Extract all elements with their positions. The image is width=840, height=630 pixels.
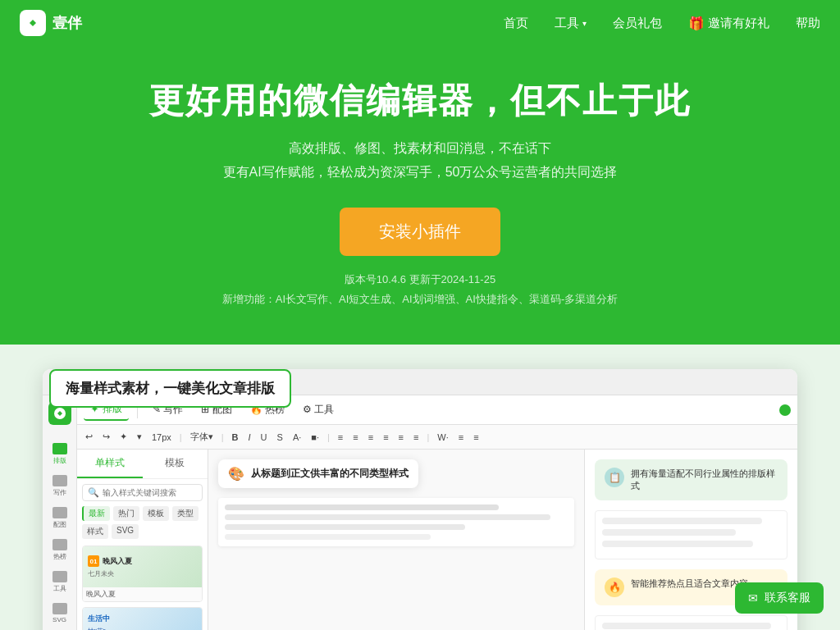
email-icon: ✉ — [748, 591, 758, 605]
tab-single-style[interactable]: 单样式 — [77, 450, 143, 478]
tag-hot[interactable]: 热门 — [113, 506, 139, 521]
tag-template[interactable]: 模板 — [143, 506, 169, 521]
screenshot-badge: 海量样式素材，一键美化文章排版 — [49, 369, 291, 408]
preview-line-2 — [602, 529, 736, 536]
screenshot-section: 海量样式素材，一键美化文章排版 排版 — [0, 345, 840, 630]
fmt-indent[interactable]: ≡ — [395, 431, 407, 444]
style-tags: 最新 热门 模板 类型 样式 SVG — [77, 506, 208, 542]
fmt-dropdown[interactable]: ▾ — [134, 430, 145, 444]
sidebar-xiezuo[interactable]: 写作 — [45, 470, 75, 502]
bubble-text-2: 智能推荐热点且适合文章内容 — [631, 578, 748, 590]
fmt-underline[interactable]: U — [258, 431, 271, 444]
fmt-italic[interactable]: I — [245, 431, 254, 444]
fmt-redo[interactable]: ↪ — [99, 430, 113, 444]
fmt-bgcolor[interactable]: ■· — [308, 431, 322, 444]
fmt-outdent[interactable]: ≡ — [410, 431, 422, 444]
app-main: ✦ 排版 ✎ 写作 ⊞ 配图 🔥 热榜 ⚙ 工具 — [77, 395, 797, 630]
tab-gongju[interactable]: ⚙ 工具 — [296, 399, 340, 420]
floating-card-text: 从标题到正文供丰富的不同类型样式 — [251, 467, 409, 481]
content-line-1 — [225, 504, 499, 510]
style-items: 01 晚风入夏 七月未央 晚风入夏 生活中 抹"蓝" — [77, 542, 208, 630]
hero-sub2: 更有AI写作赋能，轻松成为资深写手，50万公众号运营者的共同选择 — [223, 164, 618, 181]
editor-area[interactable]: 🎨 从标题到正文供丰富的不同类型样式 — [208, 450, 584, 630]
logo-area[interactable]: 壹伴 — [20, 10, 82, 36]
fmt-align-justify[interactable]: ≡ — [380, 431, 391, 444]
style-panel-tabs: 单样式 模板 — [77, 450, 208, 479]
browser-window: 排版 写作 配图 热榜 工具 — [43, 369, 797, 630]
preview-line-4 — [602, 623, 771, 629]
bubble-icon-1: 📋 — [605, 468, 624, 487]
style-card-preview-1: 01 晚风入夏 七月未央 — [83, 546, 202, 587]
tag-svg[interactable]: SVG — [112, 524, 139, 539]
fmt-fontsize[interactable]: 17px — [148, 431, 175, 444]
new-features: 新增功能：AI长文写作、AI短文生成、AI划词增强、AI快捷指令、渠道码-多渠道… — [222, 292, 618, 307]
toolbar-status-dot — [779, 404, 791, 416]
preview-line-1 — [602, 518, 762, 524]
logo-icon — [20, 10, 46, 36]
sidebar-svg[interactable]: SVG — [45, 598, 75, 628]
fmt-lineheight[interactable]: W· — [434, 431, 451, 444]
tools-arrow-icon: ▾ — [582, 19, 587, 28]
fmt-bold[interactable]: B — [229, 431, 242, 444]
nav-invite[interactable]: 🎁 邀请有好礼 — [688, 16, 769, 31]
tag-style[interactable]: 样式 — [82, 524, 108, 539]
preview-text-lines — [595, 510, 788, 559]
fmt-paint[interactable]: ✦ — [116, 430, 130, 444]
format-toolbar: ↩ ↪ ✦ ▾ 17px | 字体▾ | B I U S A· ■· | ≡ ≡ — [77, 425, 797, 450]
app-content: 单样式 模板 🔍 最新 热门 模板 类型 样式 — [77, 450, 797, 630]
editor-content[interactable] — [218, 498, 574, 546]
hero-section: 更好用的微信编辑器，但不止于此 高效排版、修图、找素材和回消息，不在话下 更有A… — [0, 0, 840, 345]
style-item-1[interactable]: 01 晚风入夏 七月未央 晚风入夏 — [82, 546, 203, 602]
bubble-icon-2: 🔥 — [605, 578, 624, 597]
version-info: 版本号10.4.6 更新于2024-11-25 — [345, 272, 495, 287]
nav-tools[interactable]: 工具 ▾ — [555, 16, 587, 31]
nav-membership[interactable]: 会员礼包 — [613, 16, 662, 31]
style-item-2[interactable]: 生活中 抹"蓝" BETTER LIFE 生活·抹蓝 — [82, 607, 203, 630]
app-sidebar: 排版 写作 配图 热榜 工具 — [43, 395, 77, 630]
content-line-3 — [225, 524, 465, 530]
style-search-input[interactable] — [103, 488, 197, 497]
tag-type[interactable]: 类型 — [172, 506, 199, 521]
hero-title: 更好用的微信编辑器，但不止于此 — [149, 78, 691, 124]
sidebar-rebang[interactable]: 热榜 — [45, 534, 75, 566]
sidebar-gongju[interactable]: 工具 — [45, 566, 75, 598]
header-nav: 首页 工具 ▾ 会员礼包 🎁 邀请有好礼 帮助 — [504, 16, 820, 31]
style-panel: 单样式 模板 🔍 最新 热门 模板 类型 样式 — [77, 450, 208, 630]
palette-icon: 🎨 — [228, 466, 244, 482]
fmt-undo[interactable]: ↩ — [82, 430, 96, 444]
fmt-align-right[interactable]: ≡ — [365, 431, 377, 444]
tag-latest[interactable]: 最新 — [82, 506, 110, 521]
preview-text-lines-2 — [595, 615, 788, 630]
install-button[interactable]: 安装小插件 — [340, 208, 500, 256]
floating-style-card: 🎨 从标题到正文供丰富的不同类型样式 — [218, 459, 418, 488]
gift-icon: 🎁 — [688, 16, 705, 31]
sidebar-peitu[interactable]: 配图 — [45, 502, 75, 534]
fmt-more[interactable]: ≡ — [470, 431, 482, 444]
fmt-strikethrough[interactable]: S — [274, 431, 286, 444]
logo-text: 壹伴 — [52, 13, 82, 33]
fmt-align-center[interactable]: ≡ — [349, 431, 361, 444]
fmt-align-left[interactable]: ≡ — [335, 431, 346, 444]
fmt-list[interactable]: ≡ — [455, 431, 467, 444]
header: 壹伴 首页 工具 ▾ 会员礼包 🎁 邀请有好礼 帮助 — [0, 0, 840, 46]
tab-template[interactable]: 模板 — [143, 450, 208, 478]
preview-line-3 — [602, 541, 753, 547]
sidebar-paiaban[interactable]: 排版 — [45, 438, 75, 470]
svg-point-1 — [31, 21, 34, 25]
hero-sub1: 高效排版、修图、找素材和回消息，不在话下 — [289, 140, 551, 158]
content-line-4 — [225, 534, 431, 540]
search-icon: 🔍 — [88, 487, 99, 498]
bubble-text-1: 拥有海量适配不同行业属性的排版样式 — [631, 468, 778, 492]
browser-body: 排版 写作 配图 热榜 工具 — [43, 395, 797, 630]
customer-service-button[interactable]: ✉ 联系客服 — [735, 582, 824, 614]
content-line-2 — [225, 514, 550, 520]
nav-home[interactable]: 首页 — [504, 16, 528, 31]
preview-bubble-1: 📋 拥有海量适配不同行业属性的排版样式 — [595, 459, 788, 500]
fmt-fontcolor[interactable]: A· — [290, 431, 304, 444]
style-search[interactable]: 🔍 — [82, 484, 203, 501]
nav-help[interactable]: 帮助 — [796, 16, 820, 31]
fmt-font[interactable]: 字体▾ — [187, 429, 217, 445]
